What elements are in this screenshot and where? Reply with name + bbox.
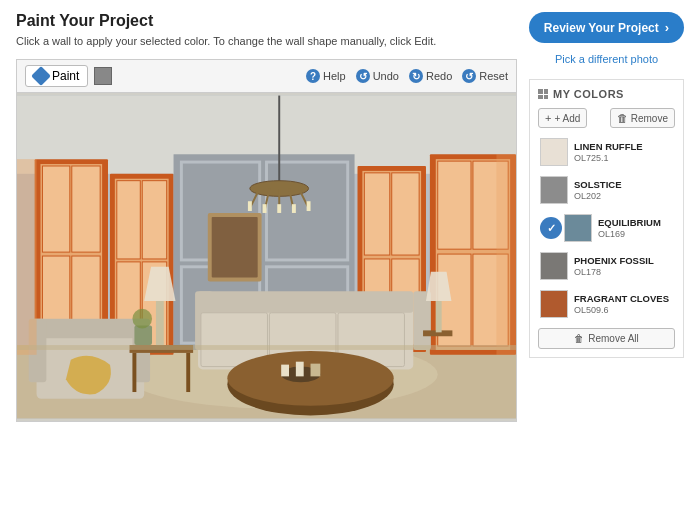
- svg-rect-31: [438, 162, 471, 250]
- help-label: Help: [323, 70, 346, 82]
- color-swatch: [540, 252, 568, 280]
- review-btn-arrow-icon: ›: [665, 20, 669, 35]
- color-code: OL509.6: [574, 305, 673, 315]
- page-title: Paint Your Project: [16, 12, 517, 30]
- color-selected-check: ✓: [540, 217, 562, 239]
- remove-all-button[interactable]: 🗑 Remove All: [538, 328, 675, 349]
- svg-rect-44: [277, 205, 281, 214]
- grid-icon: [538, 89, 548, 99]
- svg-rect-42: [248, 202, 252, 212]
- color-info: LINEN RUFFLEOL725.1: [574, 141, 673, 162]
- color-name: SOLSTICE: [574, 179, 673, 190]
- room-scene: [17, 93, 516, 421]
- main-container: Paint Your Project Click a wall to apply…: [0, 0, 700, 434]
- toolbar: Paint ? Help ↺ Undo ↻ Redo ↺: [16, 59, 517, 92]
- svg-rect-62: [296, 362, 304, 377]
- add-color-button[interactable]: + + Add: [538, 108, 587, 128]
- my-colors-title: MY COLORS: [553, 88, 624, 100]
- undo-button[interactable]: ↺ Undo: [356, 69, 399, 83]
- color-code: OL202: [574, 191, 673, 201]
- svg-rect-61: [281, 365, 289, 377]
- paint-tool-button[interactable]: Paint: [25, 65, 88, 87]
- svg-rect-46: [307, 202, 311, 212]
- svg-rect-72: [436, 301, 442, 332]
- redo-label: Redo: [426, 70, 452, 82]
- svg-rect-25: [364, 173, 389, 255]
- svg-rect-69: [134, 326, 152, 346]
- paint-label: Paint: [52, 69, 79, 83]
- color-list-item[interactable]: FRAGRANT CLOVESOL509.6: [538, 288, 675, 320]
- remove-label: Remove: [631, 113, 668, 124]
- undo-icon: ↺: [356, 69, 370, 83]
- left-panel: Paint Your Project Click a wall to apply…: [16, 12, 517, 422]
- trash-icon: 🗑: [617, 112, 628, 124]
- color-swatch-selector[interactable]: [94, 67, 112, 85]
- color-list-item[interactable]: LINEN RUFFLEOL725.1: [538, 136, 675, 168]
- help-icon: ?: [306, 69, 320, 83]
- color-name: FRAGRANT CLOVES: [574, 293, 673, 304]
- svg-rect-45: [292, 205, 296, 214]
- svg-rect-26: [392, 173, 419, 255]
- my-colors-section: MY COLORS + + Add 🗑 Remove LINEN RUFFLEO…: [529, 79, 684, 358]
- svg-rect-7: [72, 166, 100, 252]
- svg-rect-48: [198, 292, 413, 314]
- paint-icon: [31, 66, 51, 86]
- color-list-item[interactable]: PHOENIX FOSSILOL178: [538, 250, 675, 282]
- color-info: SOLSTICEOL202: [574, 179, 673, 200]
- color-list-item[interactable]: SOLSTICEOL202: [538, 174, 675, 206]
- color-info: FRAGRANT CLOVESOL509.6: [574, 293, 673, 314]
- color-info: EQUILIBRIUMOL169: [598, 217, 673, 238]
- svg-rect-43: [263, 205, 267, 214]
- svg-rect-76: [17, 345, 516, 350]
- remove-all-label: Remove All: [588, 333, 639, 344]
- color-name: EQUILIBRIUM: [598, 217, 673, 228]
- reset-icon: ↺: [462, 69, 476, 83]
- svg-rect-67: [156, 301, 164, 345]
- svg-rect-63: [311, 364, 321, 377]
- svg-rect-22: [212, 217, 258, 278]
- color-list: LINEN RUFFLEOL725.1SOLSTICEOL202✓EQUILIB…: [538, 136, 675, 320]
- svg-rect-75: [496, 155, 516, 356]
- svg-rect-13: [142, 181, 166, 259]
- add-label: + Add: [554, 113, 580, 124]
- my-colors-header: MY COLORS: [538, 88, 675, 100]
- page-subtitle: Click a wall to apply your selected colo…: [16, 34, 517, 49]
- undo-label: Undo: [373, 70, 399, 82]
- toolbar-right: ? Help ↺ Undo ↻ Redo ↺ Reset: [306, 69, 508, 83]
- color-code: OL178: [574, 267, 673, 277]
- color-info: PHOENIX FOSSILOL178: [574, 255, 673, 276]
- reset-button[interactable]: ↺ Reset: [462, 69, 508, 83]
- review-btn-label: Review Your Project: [544, 21, 659, 35]
- redo-icon: ↻: [409, 69, 423, 83]
- reset-label: Reset: [479, 70, 508, 82]
- color-swatch: [540, 290, 568, 318]
- color-list-item[interactable]: ✓EQUILIBRIUMOL169: [538, 212, 675, 244]
- color-name: LINEN RUFFLE: [574, 141, 673, 152]
- svg-rect-6: [42, 166, 69, 252]
- svg-rect-65: [132, 353, 136, 392]
- color-code: OL169: [598, 229, 673, 239]
- add-icon: +: [545, 112, 551, 124]
- right-panel: Review Your Project › Pick a different p…: [529, 12, 684, 422]
- color-actions: + + Add 🗑 Remove: [538, 108, 675, 128]
- svg-rect-55: [32, 319, 149, 339]
- help-button[interactable]: ? Help: [306, 69, 346, 83]
- remove-color-button[interactable]: 🗑 Remove: [610, 108, 675, 128]
- svg-rect-66: [186, 353, 190, 392]
- svg-rect-12: [117, 181, 140, 259]
- svg-point-70: [132, 309, 152, 329]
- color-swatch: [564, 214, 592, 242]
- redo-button[interactable]: ↻ Redo: [409, 69, 452, 83]
- color-swatch: [540, 138, 568, 166]
- color-swatch: [540, 176, 568, 204]
- color-code: OL725.1: [574, 153, 673, 163]
- review-project-button[interactable]: Review Your Project ›: [529, 12, 684, 43]
- remove-all-icon: 🗑: [574, 333, 584, 344]
- pick-photo-link[interactable]: Pick a different photo: [529, 53, 684, 65]
- svg-rect-74: [17, 160, 37, 356]
- room-image-container[interactable]: [16, 92, 517, 422]
- color-name: PHOENIX FOSSIL: [574, 255, 673, 266]
